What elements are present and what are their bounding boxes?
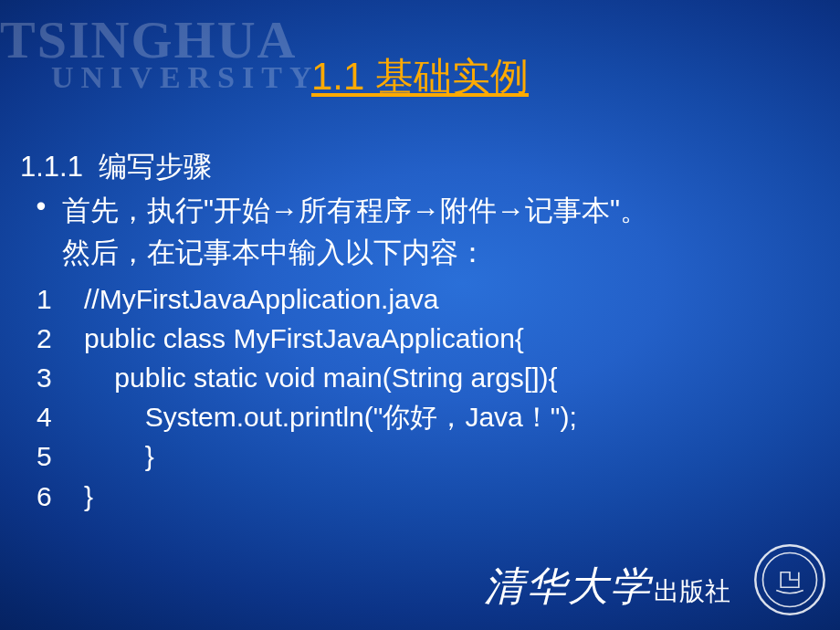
bullet-icon: •: [20, 190, 62, 232]
code-lineno: 1: [37, 279, 84, 319]
code-text: public static void main(String args[]){: [84, 362, 558, 393]
code-lineno: 5: [37, 436, 84, 476]
code-line: 6}: [37, 477, 820, 516]
code-text: System.out.println("你好，Java！");: [84, 402, 577, 432]
bullet-line-1: • 首先，执行"开始→所有程序→附件→记事本"。: [20, 190, 820, 232]
code-text: //MyFirstJavaApplication.java: [84, 284, 438, 314]
bullet-spacer: [20, 232, 62, 274]
university-seal-icon: [752, 542, 827, 617]
code-lineno: 3: [37, 358, 84, 397]
code-line: 1//MyFirstJavaApplication.java: [37, 279, 820, 319]
code-lineno: 4: [37, 397, 84, 436]
bullet-text-1: 首先，执行"开始→所有程序→附件→记事本"。: [62, 190, 648, 232]
code-line: 2public class MyFirstJavaApplication{: [37, 319, 820, 358]
code-line: 4 System.out.println("你好，Java！");: [37, 397, 820, 436]
bullet-line-2: 然后，在记事本中输入以下内容：: [20, 232, 820, 274]
footer-publisher: 清华大学 出版社: [484, 560, 730, 614]
slide: TSINGHUA UNIVERSITY 1.1 基础实例 1.1.1 编写步骤 …: [0, 0, 840, 630]
code-lineno: 6: [37, 477, 84, 516]
code-text: }: [84, 481, 93, 511]
subheading: 1.1.1 编写步骤: [20, 146, 820, 188]
slide-title: 1.1 基础实例: [0, 51, 840, 102]
bullet-text-2: 然后，在记事本中输入以下内容：: [62, 232, 487, 274]
code-text: public class MyFirstJavaApplication{: [84, 323, 524, 353]
code-line: 3 public static void main(String args[])…: [37, 358, 820, 397]
code-line: 5 }: [37, 436, 820, 476]
footer-press: 出版社: [654, 574, 730, 609]
code-lineno: 2: [37, 319, 84, 358]
footer-university-name: 清华大学: [484, 560, 652, 614]
code-block: 1//MyFirstJavaApplication.java 2public c…: [37, 279, 820, 516]
code-text: }: [84, 441, 154, 471]
slide-body: 1.1.1 编写步骤 • 首先，执行"开始→所有程序→附件→记事本"。 然后，在…: [20, 146, 820, 516]
